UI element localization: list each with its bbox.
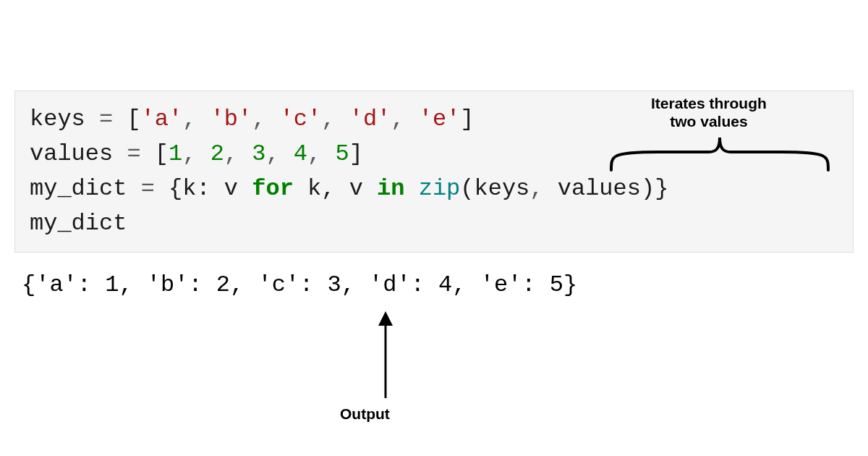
code-str: 'e'	[419, 106, 461, 132]
code-str: 'a'	[141, 106, 183, 132]
code-func: zip	[419, 175, 461, 202]
code-space	[404, 175, 418, 202]
code-var: v	[224, 175, 252, 202]
code-bracket: [	[155, 140, 169, 167]
code-comma: ,	[321, 106, 349, 132]
code-var: my_dict	[30, 210, 127, 237]
code-brace: }	[655, 175, 668, 202]
code-bracket: [	[127, 106, 140, 132]
code-num: 1	[169, 140, 182, 167]
code-op: =	[113, 140, 155, 167]
code-comma: ,	[307, 140, 335, 167]
code-comma: ,	[252, 106, 279, 132]
code-brace: {	[169, 175, 182, 202]
code-num: 5	[335, 140, 349, 167]
code-str: 'd'	[349, 106, 391, 132]
code-op: =	[85, 106, 127, 132]
code-arg: keys	[475, 175, 530, 202]
code-num: 3	[252, 140, 265, 167]
code-colon: :	[196, 175, 224, 202]
code-paren: (	[460, 175, 474, 202]
code-comma: ,	[529, 175, 557, 202]
code-var: keys	[30, 106, 85, 132]
code-keyword: in	[377, 175, 404, 202]
code-bracket: ]	[349, 140, 363, 167]
annotation-output: Output	[340, 405, 390, 423]
svg-marker-1	[378, 311, 393, 326]
code-var: my_dict	[30, 175, 127, 202]
code-var: k, v	[294, 175, 377, 202]
code-str: 'c'	[280, 106, 322, 132]
code-num: 2	[210, 140, 224, 167]
code-keyword: for	[252, 175, 294, 202]
code-comma: ,	[224, 140, 252, 167]
code-bracket: ]	[460, 106, 474, 132]
output-text: {'a': 1, 'b': 2, 'c': 3, 'd': 4, 'e': 5}	[22, 271, 577, 298]
code-var: values	[30, 140, 113, 167]
code-comma: ,	[265, 140, 293, 167]
brace-icon	[608, 130, 832, 174]
code-var: k	[182, 175, 196, 202]
code-comma: ,	[182, 106, 210, 132]
code-str: 'b'	[210, 106, 252, 132]
code-num: 4	[294, 140, 307, 167]
code-op: =	[127, 175, 169, 202]
code-paren: )	[641, 175, 655, 202]
arrow-up-icon	[375, 311, 396, 402]
annotation-iterates: Iterates through two values	[651, 94, 767, 130]
code-comma: ,	[391, 106, 418, 132]
code-comma: ,	[182, 140, 210, 167]
code-arg: values	[558, 175, 641, 202]
